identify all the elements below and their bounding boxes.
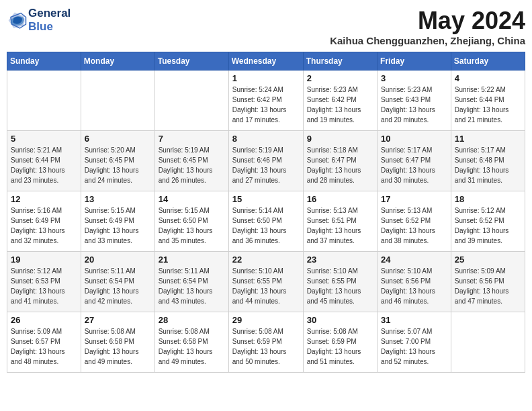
day-detail: Sunrise: 5:13 AM Sunset: 6:51 PM Dayligh… (307, 205, 373, 246)
week-row-5: 26Sunrise: 5:09 AM Sunset: 6:57 PM Dayli… (7, 312, 525, 373)
day-number: 19 (11, 255, 77, 265)
day-number: 2 (307, 73, 373, 83)
calendar-cell: 11Sunrise: 5:17 AM Sunset: 6:48 PM Dayli… (451, 131, 525, 191)
calendar-cell: 25Sunrise: 5:09 AM Sunset: 6:56 PM Dayli… (451, 252, 525, 312)
calendar-cell: 14Sunrise: 5:15 AM Sunset: 6:50 PM Dayli… (154, 191, 228, 252)
day-detail: Sunrise: 5:08 AM Sunset: 6:58 PM Dayligh… (85, 326, 151, 367)
day-number: 15 (232, 194, 300, 204)
calendar-cell: 28Sunrise: 5:08 AM Sunset: 6:58 PM Dayli… (154, 312, 228, 373)
calendar-cell: 3Sunrise: 5:23 AM Sunset: 6:43 PM Daylig… (378, 71, 451, 131)
column-header-thursday: Thursday (303, 52, 377, 71)
day-number: 7 (159, 134, 225, 144)
day-detail: Sunrise: 5:11 AM Sunset: 6:54 PM Dayligh… (159, 266, 225, 306)
day-number: 11 (455, 134, 521, 144)
day-number: 23 (307, 255, 373, 265)
calendar-cell: 23Sunrise: 5:10 AM Sunset: 6:55 PM Dayli… (303, 252, 377, 312)
day-detail: Sunrise: 5:16 AM Sunset: 6:49 PM Dayligh… (11, 205, 77, 246)
day-number: 6 (85, 134, 151, 144)
calendar-cell: 30Sunrise: 5:08 AM Sunset: 6:59 PM Dayli… (303, 312, 377, 373)
day-number: 3 (381, 73, 447, 83)
day-detail: Sunrise: 5:08 AM Sunset: 6:59 PM Dayligh… (232, 326, 300, 367)
day-detail: Sunrise: 5:21 AM Sunset: 6:44 PM Dayligh… (11, 145, 77, 185)
day-number: 14 (159, 194, 225, 204)
day-detail: Sunrise: 5:13 AM Sunset: 6:52 PM Dayligh… (381, 205, 447, 246)
day-detail: Sunrise: 5:14 AM Sunset: 6:50 PM Dayligh… (232, 205, 300, 246)
day-detail: Sunrise: 5:10 AM Sunset: 6:55 PM Dayligh… (307, 266, 373, 306)
day-detail: Sunrise: 5:08 AM Sunset: 6:59 PM Dayligh… (307, 326, 373, 367)
day-detail: Sunrise: 5:12 AM Sunset: 6:52 PM Dayligh… (455, 205, 521, 246)
day-detail: Sunrise: 5:22 AM Sunset: 6:44 PM Dayligh… (455, 85, 521, 125)
page-header: General Blue May 2024 Kaihua Chengguanzh… (7, 7, 525, 46)
column-header-sunday: Sunday (7, 52, 81, 71)
calendar-cell: 4Sunrise: 5:22 AM Sunset: 6:44 PM Daylig… (451, 71, 525, 131)
calendar-header-row: SundayMondayTuesdayWednesdayThursdayFrid… (7, 52, 525, 71)
week-row-4: 19Sunrise: 5:12 AM Sunset: 6:53 PM Dayli… (7, 252, 525, 312)
week-row-2: 5Sunrise: 5:21 AM Sunset: 6:44 PM Daylig… (7, 131, 525, 191)
calendar-cell: 27Sunrise: 5:08 AM Sunset: 6:58 PM Dayli… (81, 312, 154, 373)
day-number: 20 (85, 255, 151, 265)
day-number: 16 (307, 194, 373, 204)
calendar-cell (451, 312, 525, 373)
day-detail: Sunrise: 5:08 AM Sunset: 6:58 PM Dayligh… (159, 326, 225, 367)
day-number: 10 (381, 134, 447, 144)
calendar-cell: 31Sunrise: 5:07 AM Sunset: 7:00 PM Dayli… (378, 312, 451, 373)
day-number: 12 (11, 194, 77, 204)
day-number: 30 (307, 315, 373, 325)
day-detail: Sunrise: 5:17 AM Sunset: 6:47 PM Dayligh… (381, 145, 447, 185)
day-number: 31 (381, 315, 447, 325)
calendar-cell: 1Sunrise: 5:24 AM Sunset: 6:42 PM Daylig… (228, 71, 303, 131)
day-number: 26 (11, 315, 77, 325)
week-row-3: 12Sunrise: 5:16 AM Sunset: 6:49 PM Dayli… (7, 191, 525, 252)
day-number: 5 (11, 134, 77, 144)
calendar-cell: 24Sunrise: 5:10 AM Sunset: 6:56 PM Dayli… (378, 252, 451, 312)
calendar-cell: 12Sunrise: 5:16 AM Sunset: 6:49 PM Dayli… (7, 191, 81, 252)
calendar-cell: 19Sunrise: 5:12 AM Sunset: 6:53 PM Dayli… (7, 252, 81, 312)
calendar-cell: 26Sunrise: 5:09 AM Sunset: 6:57 PM Dayli… (7, 312, 81, 373)
day-detail: Sunrise: 5:23 AM Sunset: 6:42 PM Dayligh… (307, 85, 373, 125)
day-detail: Sunrise: 5:23 AM Sunset: 6:43 PM Dayligh… (381, 85, 447, 125)
day-number: 1 (232, 73, 300, 83)
calendar-cell: 2Sunrise: 5:23 AM Sunset: 6:42 PM Daylig… (303, 71, 377, 131)
calendar-cell: 7Sunrise: 5:19 AM Sunset: 6:45 PM Daylig… (154, 131, 228, 191)
calendar-cell: 18Sunrise: 5:12 AM Sunset: 6:52 PM Dayli… (451, 191, 525, 252)
day-detail: Sunrise: 5:15 AM Sunset: 6:49 PM Dayligh… (85, 205, 151, 246)
calendar-cell: 20Sunrise: 5:11 AM Sunset: 6:54 PM Dayli… (81, 252, 154, 312)
day-detail: Sunrise: 5:10 AM Sunset: 6:55 PM Dayligh… (232, 266, 300, 306)
day-detail: Sunrise: 5:07 AM Sunset: 7:00 PM Dayligh… (381, 326, 447, 367)
column-header-monday: Monday (81, 52, 154, 71)
logo-icon (7, 10, 27, 30)
day-detail: Sunrise: 5:19 AM Sunset: 6:46 PM Dayligh… (232, 145, 300, 185)
location-title: Kaihua Chengguanzhen, Zhejiang, China (330, 35, 525, 46)
day-number: 17 (381, 194, 447, 204)
calendar-cell: 15Sunrise: 5:14 AM Sunset: 6:50 PM Dayli… (228, 191, 303, 252)
day-detail: Sunrise: 5:09 AM Sunset: 6:57 PM Dayligh… (11, 326, 77, 367)
day-detail: Sunrise: 5:12 AM Sunset: 6:53 PM Dayligh… (11, 266, 77, 306)
calendar-table: SundayMondayTuesdayWednesdayThursdayFrid… (7, 52, 525, 373)
day-detail: Sunrise: 5:11 AM Sunset: 6:54 PM Dayligh… (85, 266, 151, 306)
day-number: 29 (232, 315, 300, 325)
column-header-wednesday: Wednesday (228, 52, 303, 71)
calendar-cell: 5Sunrise: 5:21 AM Sunset: 6:44 PM Daylig… (7, 131, 81, 191)
day-number: 25 (455, 255, 521, 265)
day-number: 27 (85, 315, 151, 325)
day-number: 4 (455, 73, 521, 83)
day-number: 21 (159, 255, 225, 265)
day-number: 9 (307, 134, 373, 144)
day-detail: Sunrise: 5:15 AM Sunset: 6:50 PM Dayligh… (159, 205, 225, 246)
column-header-friday: Friday (378, 52, 451, 71)
day-detail: Sunrise: 5:10 AM Sunset: 6:56 PM Dayligh… (381, 266, 447, 306)
calendar-cell: 9Sunrise: 5:18 AM Sunset: 6:47 PM Daylig… (303, 131, 377, 191)
day-number: 28 (159, 315, 225, 325)
column-header-saturday: Saturday (451, 52, 525, 71)
month-title: May 2024 (330, 7, 525, 35)
logo: General Blue (7, 7, 71, 34)
day-detail: Sunrise: 5:09 AM Sunset: 6:56 PM Dayligh… (455, 266, 521, 306)
title-block: May 2024 Kaihua Chengguanzhen, Zhejiang,… (330, 7, 525, 46)
calendar-cell (7, 71, 81, 131)
logo-text: General Blue (28, 7, 71, 34)
calendar-cell: 10Sunrise: 5:17 AM Sunset: 6:47 PM Dayli… (378, 131, 451, 191)
column-header-tuesday: Tuesday (154, 52, 228, 71)
calendar-cell: 8Sunrise: 5:19 AM Sunset: 6:46 PM Daylig… (228, 131, 303, 191)
calendar-cell: 29Sunrise: 5:08 AM Sunset: 6:59 PM Dayli… (228, 312, 303, 373)
day-detail: Sunrise: 5:18 AM Sunset: 6:47 PM Dayligh… (307, 145, 373, 185)
